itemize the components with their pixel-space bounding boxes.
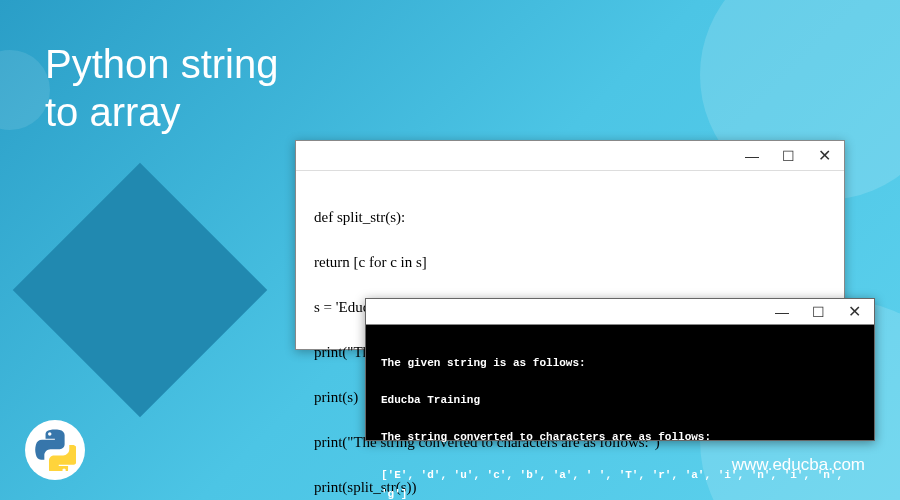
minimize-button[interactable]: —	[764, 298, 800, 326]
code-line: return [c for c in s]	[314, 251, 826, 274]
code-line: def split_str(s):	[314, 206, 826, 229]
website-url: www.educba.com	[732, 455, 865, 475]
window-controls: — ☐ ✕	[764, 298, 872, 326]
output-window: — ☐ ✕ The given string is as follows: Ed…	[365, 298, 875, 441]
maximize-button[interactable]: ☐	[800, 298, 836, 326]
page-title: Python string to array	[45, 40, 278, 136]
close-button[interactable]: ✕	[836, 298, 872, 326]
python-logo-icon	[25, 420, 85, 480]
output-line: Educba Training	[381, 391, 859, 410]
minimize-button[interactable]: —	[734, 142, 770, 170]
output-line: The given string is as follows:	[381, 354, 859, 373]
window-controls: — ☐ ✕	[734, 142, 842, 170]
maximize-button[interactable]: ☐	[770, 142, 806, 170]
output-line: The string converted to characters are a…	[381, 428, 859, 447]
output-window-titlebar: — ☐ ✕	[366, 299, 874, 325]
close-button[interactable]: ✕	[806, 142, 842, 170]
code-window-titlebar: — ☐ ✕	[296, 141, 844, 171]
